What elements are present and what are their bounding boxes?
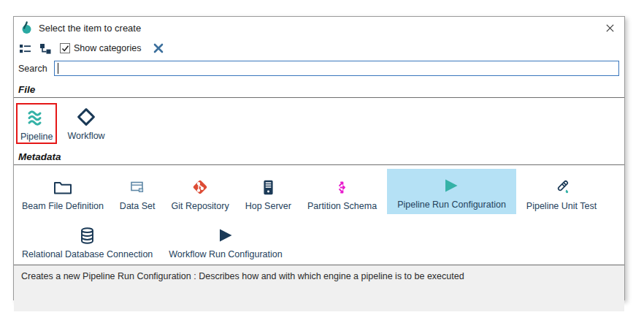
dataset-icon [130,175,145,199]
checkmark-icon [61,45,69,53]
show-categories-toggle[interactable]: Show categories [60,43,141,53]
item-label: Pipeline Unit Test [526,201,597,211]
item-pipeline[interactable]: Pipeline [16,103,57,144]
item-git-repository[interactable]: Git Repository [166,172,235,214]
item-workflow[interactable]: Workflow [61,102,110,144]
metadata-items-row-1: Beam File Definition Data Set [14,165,624,216]
close-button[interactable] [602,20,617,35]
section-header-metadata: Metadata [14,146,624,164]
item-label: Workflow Run Configuration [169,249,282,259]
item-hop-server[interactable]: Hop Server [239,172,297,214]
item-label: Partition Schema [307,201,377,211]
search-row: Search [14,58,624,79]
item-pipeline-run-configuration[interactable]: Pipeline Run Configuration [387,169,516,214]
search-label: Search [18,64,47,74]
item-partition-schema[interactable]: Partition Schema [302,172,383,214]
item-label: Hop Server [245,201,291,211]
workflow-icon [77,105,96,129]
item-label: Pipeline [20,132,53,142]
title-bar: Select the item to create [14,17,624,39]
play-icon [442,174,460,197]
item-label: Relational Database Connection [22,249,153,259]
file-items-row: Pipeline Workflow [14,98,624,146]
create-item-dialog: Select the item to create [13,16,625,300]
show-categories-checkbox[interactable] [60,43,70,53]
clear-search-button[interactable] [151,41,166,56]
text-caret [58,63,58,74]
close-icon [605,23,615,33]
item-label: Git Repository [172,201,229,211]
toolbar: Show categories [14,39,624,58]
tree-view-button[interactable] [38,41,53,56]
tree-view-icon [39,42,52,55]
git-icon [191,175,209,199]
clear-x-icon [153,42,164,54]
server-icon [263,175,274,199]
list-view-button[interactable] [18,41,32,56]
section-header-file: File [14,79,624,97]
search-input[interactable] [54,61,619,76]
show-categories-label: Show categories [74,43,141,53]
partition-icon [337,175,348,199]
item-description: Creates a new Pipeline Run Configuration… [21,271,464,281]
item-label: Workflow [67,131,104,141]
metadata-items-row-2: Relational Database Connection Workflow … [14,216,624,265]
item-data-set[interactable]: Data Set [114,172,161,214]
unit-test-icon [553,175,570,199]
item-label: Data Set [120,201,156,211]
item-label: Beam File Definition [22,201,104,211]
pipeline-icon [26,106,47,129]
item-relational-database-connection[interactable]: Relational Database Connection [16,220,158,262]
item-pipeline-unit-test[interactable]: Pipeline Unit Test [521,172,602,214]
description-panel: Creates a new Pipeline Run Configuration… [14,265,624,311]
dialog-title: Select the item to create [39,23,141,34]
database-icon [80,224,95,247]
play-navy-icon [217,224,234,247]
item-workflow-run-configuration[interactable]: Workflow Run Configuration [163,220,288,262]
item-label: Pipeline Run Configuration [397,200,506,210]
hop-logo-icon [20,21,33,34]
item-beam-file-definition[interactable]: Beam File Definition [16,172,110,214]
list-view-icon [19,42,31,55]
folder-icon [53,175,72,199]
